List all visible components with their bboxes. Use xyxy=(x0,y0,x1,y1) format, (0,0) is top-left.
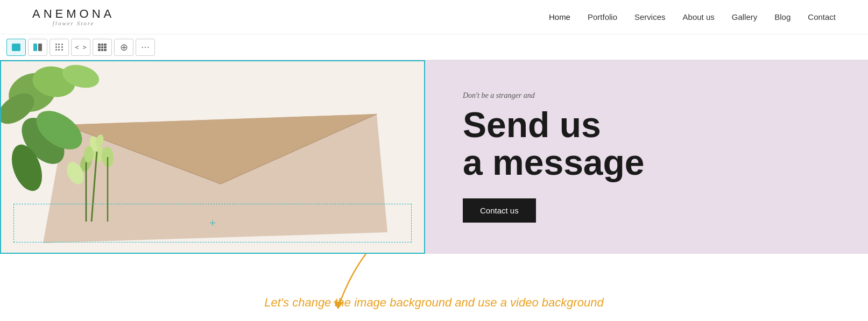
nav-gallery[interactable]: Gallery xyxy=(732,12,758,22)
nav-blog[interactable]: Blog xyxy=(774,12,791,22)
hero-text-panel: Don't be a stranger and Send us a messag… xyxy=(425,60,868,254)
logo-sub-text: flower Store xyxy=(53,20,95,26)
hero-heading-line1: Send us xyxy=(463,105,601,145)
plus-icon: ⊕ xyxy=(120,42,128,52)
add-element-button[interactable]: ⊕ xyxy=(114,39,133,56)
hero-heading-line2: a message xyxy=(463,142,645,182)
dots-grid-button[interactable] xyxy=(50,39,69,56)
annotation-arrow xyxy=(334,254,387,318)
code-icon: < > xyxy=(75,44,87,51)
contact-us-button[interactable]: Contact us xyxy=(463,198,536,223)
annotation-area: Let's change the image background and us… xyxy=(0,254,868,318)
hero-section: + Don't be a stranger and Send us a mess… xyxy=(0,60,868,254)
more-options-button[interactable]: ⋯ xyxy=(136,39,155,56)
main-nav: Home Portfolio Services About us Gallery… xyxy=(549,12,836,22)
hero-subtitle: Don't be a stranger and xyxy=(463,91,830,100)
nav-about[interactable]: About us xyxy=(683,12,715,22)
ellipsis-icon: ⋯ xyxy=(141,42,150,52)
editor-toolbar: < > ⊕ ⋯ xyxy=(0,34,868,60)
code-toggle-button[interactable]: < > xyxy=(71,39,90,56)
layout-columns-button[interactable] xyxy=(28,39,47,56)
table-layout-button[interactable] xyxy=(93,39,112,56)
svg-marker-23 xyxy=(334,301,343,309)
logo: ANEMONA flower Store xyxy=(32,8,115,26)
nav-home[interactable]: Home xyxy=(549,12,570,22)
dots-icon xyxy=(55,44,63,51)
table-icon xyxy=(98,44,107,51)
hero-image-panel[interactable]: + xyxy=(0,60,425,254)
arrow-svg xyxy=(334,254,387,313)
site-header: ANEMONA flower Store Home Portfolio Serv… xyxy=(0,0,868,34)
columns-icon xyxy=(33,44,42,51)
hero-scene-svg xyxy=(0,60,425,254)
layout-single-button[interactable] xyxy=(6,39,26,56)
nav-portfolio[interactable]: Portfolio xyxy=(588,12,617,22)
logo-main-text: ANEMONA xyxy=(32,8,115,20)
nav-services[interactable]: Services xyxy=(634,12,666,22)
nav-contact[interactable]: Contact xyxy=(808,12,836,22)
annotation-text: Let's change the image background and us… xyxy=(264,296,603,310)
svg-point-22 xyxy=(84,146,94,162)
hero-heading: Send us a message xyxy=(463,106,830,181)
